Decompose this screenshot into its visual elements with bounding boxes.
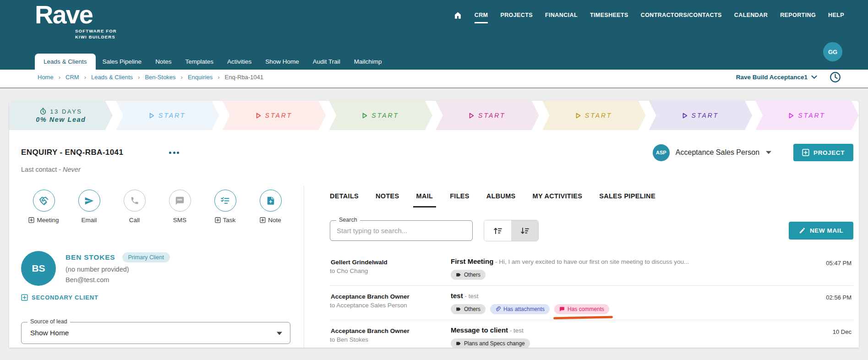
add-secondary-client-button[interactable]: SECONDARY CLIENT xyxy=(21,294,304,301)
nav-calendar[interactable]: CALENDAR xyxy=(734,12,768,23)
sort-asc-icon xyxy=(493,227,502,235)
subtab-show-home[interactable]: Show Home xyxy=(258,54,306,70)
primary-client-card: BS BEN STOKES Primary Client (no number … xyxy=(21,251,304,286)
mail-preview: - Hi, I am very excited to have our firs… xyxy=(495,258,689,265)
phone-icon xyxy=(130,196,139,205)
mail-time: 02:56 PM xyxy=(800,292,853,314)
play-icon xyxy=(789,113,794,119)
breadcrumb-separator: › xyxy=(181,74,183,81)
chevron-down-icon xyxy=(811,75,817,79)
crumb-crm[interactable]: CRM xyxy=(66,74,79,81)
checklist-icon xyxy=(220,196,230,206)
mail-recipient: to Cho Chang xyxy=(330,267,444,274)
page-title: ENQUIRY - ENQ-RBA-1041 xyxy=(21,148,123,157)
mail-panel: DETAILS NOTES MAIL FILES ALBUMS MY ACTIV… xyxy=(304,186,859,348)
tag-has-attachments: Has attachments xyxy=(490,304,550,314)
add-box-icon xyxy=(260,217,266,223)
client-name[interactable]: BEN STOKES xyxy=(66,253,115,262)
nav-contractors-contacts[interactable]: CONTRACTORS/CONTACTS xyxy=(641,12,722,23)
rave-logo[interactable]: Rave SOFTWARE FOR KIWI BUILDERS xyxy=(35,2,117,40)
crumb-home[interactable]: Home xyxy=(38,74,54,81)
source-of-lead-select[interactable]: Source of lead Show Home xyxy=(21,322,290,344)
mail-row[interactable]: Gellert Grindelwald to Cho Chang First M… xyxy=(330,251,853,285)
add-meeting-button[interactable]: Meeting xyxy=(21,190,66,224)
breadcrumb-bar: Home › CRM › Leads & Clients › Ben-Stoke… xyxy=(0,70,868,88)
sort-ascending-button[interactable] xyxy=(484,220,511,241)
client-panel: Meeting Email Call SMS SMS xyxy=(9,186,304,348)
subtab-leads-clients[interactable]: Leads & Clients xyxy=(35,54,96,70)
nav-crm[interactable]: CRM xyxy=(475,12,488,23)
subtab-mailchimp[interactable]: Mailchimp xyxy=(347,54,389,70)
stage-current-new-lead: 13 DAYS 0% New Lead xyxy=(9,101,113,130)
more-options-icon[interactable] xyxy=(167,150,181,156)
owner-dropdown-caret[interactable] xyxy=(764,149,773,156)
crumb-ben-stokes[interactable]: Ben-Stokes xyxy=(145,74,175,81)
subtab-activities[interactable]: Activities xyxy=(220,54,258,70)
history-clock-icon[interactable] xyxy=(829,71,841,83)
play-icon xyxy=(576,113,581,119)
subtab-templates[interactable]: Templates xyxy=(178,54,220,70)
stage-start-2[interactable]: START xyxy=(223,101,326,130)
mail-preview: - test xyxy=(510,327,524,334)
nav-financial[interactable]: FINANCIAL xyxy=(545,12,578,23)
mail-sender: Gellert Grindelwald xyxy=(330,257,444,267)
mail-row[interactable]: Acceptance Branch Owner to Ben Stokes Me… xyxy=(330,320,853,348)
tab-albums[interactable]: ALBUMS xyxy=(486,192,516,200)
stage-start-6[interactable]: START xyxy=(649,101,753,130)
nav-reporting[interactable]: REPORTING xyxy=(780,12,816,23)
comment-icon xyxy=(559,306,565,312)
call-button[interactable]: Call xyxy=(112,190,157,224)
owner-avatar: ASP xyxy=(653,144,670,161)
top-header: Rave SOFTWARE FOR KIWI BUILDERS CRM PROJ… xyxy=(0,0,868,70)
tab-details[interactable]: DETAILS xyxy=(330,192,359,200)
tag-plans-specs-change: Plans and Specs change xyxy=(451,338,530,348)
crumb-leads-clients[interactable]: Leads & Clients xyxy=(91,74,133,81)
tab-sales-pipeline[interactable]: SALES PIPELINE xyxy=(599,192,655,200)
owner-name: Acceptance Sales Person xyxy=(676,148,759,157)
nav-help[interactable]: HELP xyxy=(828,12,844,23)
company-selector[interactable]: Rave Build Acceptance1 xyxy=(736,74,817,81)
sort-descending-button[interactable] xyxy=(511,220,538,241)
annotation-highlight xyxy=(553,316,613,320)
company-name: Rave Build Acceptance1 xyxy=(736,74,808,81)
tab-mail[interactable]: MAIL xyxy=(416,192,433,200)
mail-recipient: to Acceptance Sales Person xyxy=(330,302,444,309)
add-task-button[interactable]: Task xyxy=(202,190,248,224)
stage-start-1[interactable]: START xyxy=(116,101,219,130)
note-icon xyxy=(266,196,275,205)
timer-icon xyxy=(39,108,47,115)
subtab-notes[interactable]: Notes xyxy=(148,54,178,70)
select-value: Show Home xyxy=(22,329,69,337)
subtab-audit-trail[interactable]: Audit Trail xyxy=(306,54,347,70)
sms-button[interactable]: SMS SMS xyxy=(157,190,202,224)
project-button[interactable]: PROJECT xyxy=(793,144,853,161)
mail-list: Gellert Grindelwald to Cho Chang First M… xyxy=(330,251,853,348)
add-note-button[interactable]: Note xyxy=(248,190,293,224)
label-icon xyxy=(456,306,461,312)
user-avatar[interactable]: GG xyxy=(823,42,842,61)
add-box-icon xyxy=(28,217,34,223)
stage-start-7[interactable]: START xyxy=(755,101,859,130)
nav-projects[interactable]: PROJECTS xyxy=(500,12,533,23)
subtab-sales-pipeline[interactable]: Sales Pipeline xyxy=(96,54,149,70)
home-icon[interactable] xyxy=(453,11,462,24)
search-input[interactable] xyxy=(330,227,472,235)
stage-start-5[interactable]: START xyxy=(542,101,646,130)
mail-row[interactable]: Acceptance Branch Owner to Acceptance Sa… xyxy=(330,285,853,320)
tab-files[interactable]: FILES xyxy=(450,192,469,200)
tab-my-activities[interactable]: MY ACTIVITIES xyxy=(533,192,583,200)
select-label: Source of lead xyxy=(27,318,70,325)
stage-start-4[interactable]: START xyxy=(436,101,539,130)
nav-timesheets[interactable]: TIMESHEETS xyxy=(590,12,628,23)
label-icon xyxy=(456,341,461,346)
mail-subject: Message to client xyxy=(451,326,508,334)
breadcrumb-separator: › xyxy=(84,74,86,81)
play-icon xyxy=(149,113,154,119)
app-root: Rave SOFTWARE FOR KIWI BUILDERS CRM PROJ… xyxy=(0,0,868,360)
tab-notes[interactable]: NOTES xyxy=(376,192,399,200)
stage-start-3[interactable]: START xyxy=(329,101,432,130)
email-button[interactable]: Email xyxy=(66,190,112,224)
crumb-enquiries[interactable]: Enquiries xyxy=(188,74,213,81)
add-box-icon xyxy=(802,149,809,156)
new-mail-button[interactable]: NEW MAIL xyxy=(789,222,853,240)
